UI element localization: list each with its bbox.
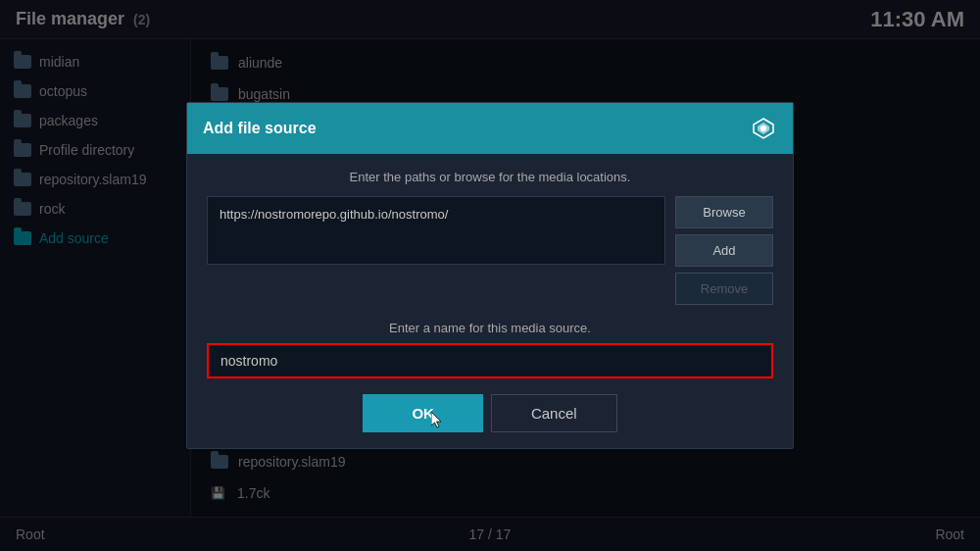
dialog-title: Add file source [203,120,317,137]
add-file-source-dialog: Add file source Enter the paths or brows… [186,102,794,449]
name-section: Enter a name for this media source. [207,321,773,378]
dialog-buttons: OK Cancel [207,394,773,432]
browse-button[interactable]: Browse [675,196,773,228]
url-buttons: Browse Add Remove [675,196,773,305]
name-input[interactable] [207,343,773,378]
dialog-body: Enter the paths or browse for the media … [187,154,793,448]
url-input-area[interactable]: https://nostromorepo.github.io/nostromo/ [207,196,665,265]
cancel-button[interactable]: Cancel [491,394,617,432]
dialog-subtitle: Enter the paths or browse for the media … [207,170,773,184]
remove-button[interactable]: Remove [675,273,773,305]
kodi-icon [750,115,777,142]
add-button[interactable]: Add [675,234,773,267]
url-row: https://nostromorepo.github.io/nostromo/… [207,196,773,305]
name-label: Enter a name for this media source. [207,321,773,335]
name-input-wrapper [207,343,773,378]
svg-point-2 [760,125,766,131]
dialog-header: Add file source [187,103,793,154]
ok-button[interactable]: OK [363,394,483,432]
